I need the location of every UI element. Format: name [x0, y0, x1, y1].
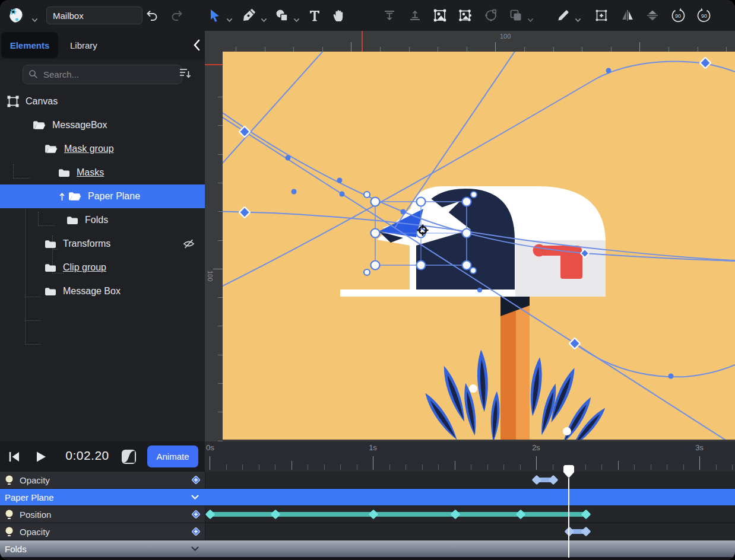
- track-label-folds[interactable]: Folds: [0, 540, 205, 557]
- tree-item-transforms[interactable]: Transforms: [0, 232, 205, 256]
- sidebar-tabbar: Elements Library: [0, 31, 205, 59]
- easing-curve-button[interactable]: [121, 449, 137, 464]
- search-icon: [28, 69, 38, 81]
- canvas-ruler-top: 100: [205, 31, 735, 52]
- folder-open-icon: [45, 144, 58, 154]
- pen-tool-chevron-icon[interactable]: [261, 14, 267, 24]
- select-tool-chevron-icon[interactable]: [227, 14, 232, 24]
- layers-sidebar: Elements Library: [0, 31, 205, 441]
- align-top-button[interactable]: [407, 8, 423, 23]
- h-ruler-label: 100: [500, 33, 511, 40]
- track-label-position[interactable]: Position: [0, 506, 205, 523]
- layer-tree: Canvas MessageBox Mask group Masks: [0, 87, 205, 303]
- animation-editor-window: 90 90 Elements Library: [0, 0, 735, 560]
- flag-paddle: [560, 252, 582, 279]
- folder-closed-icon: [58, 168, 70, 177]
- ruler-origin-marker-y: [205, 64, 223, 65]
- tree-item-folds[interactable]: Folds: [0, 208, 205, 232]
- property-bulb-icon: [5, 510, 14, 520]
- keyframe-lane[interactable]: [205, 523, 735, 540]
- tree-item-paper-plane[interactable]: Paper Plane: [0, 184, 205, 208]
- folder-closed-icon: [45, 240, 56, 249]
- track-row-folds[interactable]: Folds: [0, 540, 735, 558]
- flip-vertical-button[interactable]: [645, 8, 660, 23]
- flag-pivot: [533, 244, 546, 257]
- track-row-paper-plane[interactable]: Paper Plane: [0, 489, 735, 506]
- collapse-track-icon[interactable]: [191, 546, 199, 551]
- document-name-input[interactable]: [46, 7, 142, 24]
- collapse-sidebar-icon[interactable]: [193, 39, 200, 53]
- keyframe-lane[interactable]: [205, 506, 735, 523]
- pencil-tool-button[interactable]: [556, 8, 571, 23]
- mask-up-arrow-icon: [59, 192, 65, 201]
- track-row-opacity-top: Opacity: [0, 472, 735, 489]
- search-row: [0, 59, 205, 87]
- boolean-group-button[interactable]: [508, 8, 524, 23]
- pen-tool-button[interactable]: [241, 8, 256, 23]
- mask-button[interactable]: [432, 8, 448, 23]
- tree-item-masks[interactable]: Masks: [0, 161, 205, 184]
- sort-layers-icon[interactable]: [179, 68, 191, 81]
- group-lane[interactable]: [205, 489, 735, 505]
- app-logo-icon[interactable]: [7, 6, 26, 25]
- logo-menu-chevron-icon[interactable]: [32, 14, 37, 24]
- folder-closed-icon: [66, 216, 78, 225]
- v-ruler-label: 100: [207, 271, 214, 281]
- playhead-line: [568, 478, 569, 558]
- skip-to-start-button[interactable]: [7, 449, 23, 464]
- edit-mask-button[interactable]: [457, 8, 473, 23]
- hand-tool-button[interactable]: [331, 8, 347, 23]
- timeline-ruler[interactable]: 0s1s2s3s: [205, 441, 735, 472]
- visibility-off-icon[interactable]: [182, 238, 195, 250]
- timeline-tracks: Opacity Paper Plane: [0, 472, 735, 558]
- collapse-track-icon[interactable]: [191, 495, 199, 499]
- folder-closed-icon: [45, 287, 56, 296]
- tab-elements[interactable]: Elements: [1, 32, 58, 58]
- shape-tool-chevron-icon[interactable]: [294, 14, 299, 24]
- svg-text:90: 90: [701, 13, 707, 19]
- add-keyframe-button[interactable]: [191, 475, 201, 485]
- select-tool-button[interactable]: [207, 8, 222, 23]
- ruler-origin-marker-x: [362, 31, 363, 52]
- add-keyframe-button[interactable]: [191, 526, 201, 537]
- tree-item-mask-group[interactable]: Mask group: [0, 137, 205, 161]
- toolbar: 90 90: [0, 0, 735, 31]
- rotate-ccw-90-button[interactable]: 90: [670, 8, 686, 23]
- play-button[interactable]: [33, 449, 49, 464]
- tab-library[interactable]: Library: [70, 31, 97, 59]
- folder-open-icon: [33, 120, 46, 130]
- canvas-viewport[interactable]: 100 100: [205, 31, 735, 441]
- canvas-frame-icon: [7, 96, 19, 107]
- tree-item-canvas[interactable]: Canvas: [0, 90, 205, 113]
- undo-button[interactable]: [144, 8, 160, 23]
- frame-target-button[interactable]: [594, 8, 609, 23]
- timeline-panel: 0:02.20 Animate 0s1s2s3s Opacity: [0, 441, 735, 560]
- track-label-opacity[interactable]: Opacity: [0, 523, 205, 540]
- track-label-paper-plane[interactable]: Paper Plane: [0, 489, 205, 505]
- tree-item-messagebox[interactable]: MessageBox: [0, 113, 205, 137]
- align-bottom-button[interactable]: [382, 8, 397, 23]
- pencil-chevron-icon[interactable]: [575, 14, 581, 24]
- text-tool-button[interactable]: [307, 8, 322, 23]
- current-time: 0:02.20: [55, 448, 120, 463]
- animate-button[interactable]: Animate: [147, 446, 198, 467]
- redo-button[interactable]: [169, 8, 185, 23]
- property-bulb-icon: [5, 527, 14, 537]
- add-keyframe-button[interactable]: [191, 509, 201, 520]
- playback-controls: 0:02.20 Animate: [0, 441, 205, 472]
- boolean-chevron-icon[interactable]: [528, 14, 533, 24]
- rotate-cw-90-button[interactable]: 90: [696, 8, 712, 23]
- shape-tool-button[interactable]: [274, 8, 290, 23]
- mailbox-shelf: [340, 289, 515, 297]
- flip-horizontal-button[interactable]: [620, 8, 635, 23]
- tree-item-clip-group[interactable]: Clip group: [0, 256, 205, 279]
- outline-mask-button[interactable]: [483, 8, 499, 23]
- artboard-scene[interactable]: [205, 31, 735, 441]
- group-lane[interactable]: [205, 540, 735, 557]
- property-bulb-icon: [5, 475, 14, 485]
- svg-text:90: 90: [675, 13, 681, 19]
- keyframe-lane[interactable]: [205, 472, 735, 488]
- tree-item-message-box[interactable]: Message Box: [0, 279, 205, 303]
- search-input[interactable]: [23, 65, 182, 84]
- track-label-opacity[interactable]: Opacity: [0, 472, 205, 488]
